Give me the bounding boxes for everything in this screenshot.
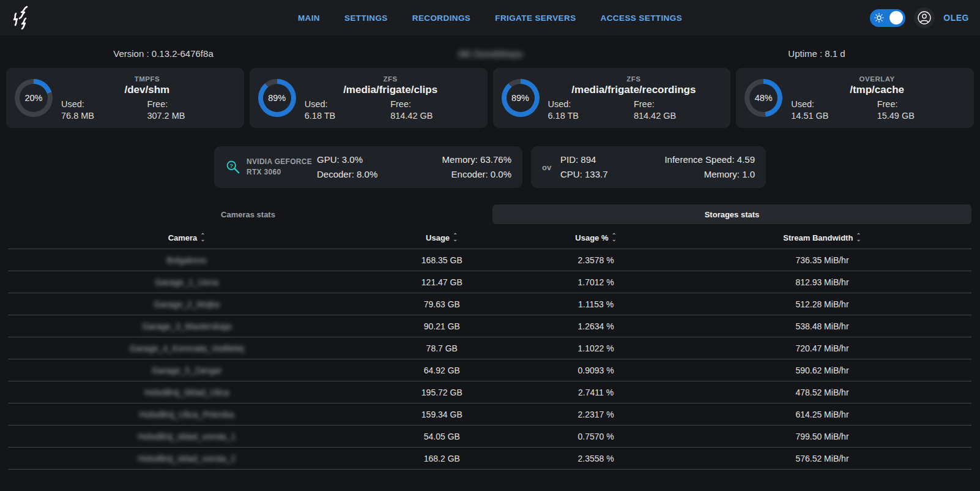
storage-card-tmpfs: 20% TMPFS /dev/shm Used: Free: 76.8 MB 3… [6, 68, 244, 128]
camera-name-cell: Garage_1_Uona [9, 277, 365, 287]
server-title-blurred: AB Zavodskaya [327, 48, 653, 59]
sort-icon: ⌃⌄ [612, 234, 617, 241]
user-icon [917, 10, 932, 25]
bandwidth-cell: 812.93 MiB/hr [673, 277, 971, 287]
camera-name-cell: Holodilnij_sklad_vorota_2 [9, 454, 365, 463]
camera-name-cell: Bolgakovo [9, 255, 365, 265]
nav-item-access-settings[interactable]: ACCESS SETTINGS [601, 13, 683, 23]
sort-icon: ⌃⌄ [856, 234, 861, 241]
column-header-stream-bandwidth[interactable]: Stream Bandwidth ⌃⌄ [673, 233, 971, 242]
column-header-camera[interactable]: Camera ⌃⌄ [9, 233, 365, 242]
usage-cell: 168.35 GB [365, 255, 519, 265]
usage-percent-cell: 1.1022 % [519, 343, 673, 353]
tab-cameras-stats[interactable]: Cameras stats [9, 204, 488, 224]
storage-card-recordings: 89% ZFS /media/frigate/recordings Used: … [493, 68, 731, 128]
fs-type-label: ZFS [302, 75, 479, 83]
free-label: Free: [390, 99, 476, 109]
table-row: Garage_4_Komnata_Voditelej78.7 GB1.1022 … [9, 337, 971, 359]
gpu-stats-card: ? NVIDIA GEFORCE RTX 3060 GPU: 3.0% Deco… [214, 146, 522, 188]
used-value: 76.8 MB [61, 111, 147, 121]
gpu-decoder-value: Decoder: 8.0% [317, 167, 414, 182]
mount-path: /dev/shm [59, 84, 236, 96]
storage-cards-row: 20% TMPFS /dev/shm Used: Free: 76.8 MB 3… [6, 68, 974, 128]
nav-item-settings[interactable]: SETTINGS [344, 13, 388, 23]
detector-memory-value: Memory: 1.0 [658, 167, 755, 182]
column-header-usage[interactable]: Usage ⌃⌄ [365, 233, 519, 242]
usage-percent-cell: 2.3578 % [519, 255, 673, 265]
uptime-label: Uptime : 8.1 d [653, 48, 980, 59]
free-label: Free: [147, 99, 232, 109]
nav-item-main[interactable]: MAIN [298, 13, 320, 23]
usage-donut-chart: 48% [744, 79, 782, 117]
usage-percent-cell: 0.7570 % [519, 432, 673, 441]
gpu-usage-value: GPU: 3.0% [317, 152, 414, 167]
table-row: Holodilnij_sklad_vorota_2168.2 GB2.3558 … [9, 447, 971, 469]
fs-type-label: ZFS [546, 75, 722, 83]
donut-percent-label: 89% [507, 84, 535, 112]
mount-path: /media/frigate/clips [302, 84, 479, 96]
bandwidth-cell: 590.62 MiB/hr [673, 365, 971, 375]
detector-stats-card: ov PID: 894 CPU: 133.7 Inference Speed: … [531, 146, 766, 188]
storage-card-clips: 89% ZFS /media/frigate/clips Used: Free:… [250, 68, 488, 128]
free-label: Free: [634, 99, 719, 109]
storage-card-cache: 48% OVERLAY /tmp/cache Used: Free: 14.51… [736, 68, 974, 128]
table-row: Holodilnij_Sklad_Ulica195.72 GB2.7411 %4… [9, 381, 971, 403]
usage-donut-chart: 89% [258, 79, 296, 117]
free-value: 15.49 GB [877, 111, 963, 121]
gpu-search-icon: ? [225, 159, 241, 175]
nav-right-controls: OLEG [870, 0, 969, 36]
tab-storages-stats[interactable]: Storages stats [492, 204, 971, 224]
nav-item-frigate-servers[interactable]: FRIGATE SERVERS [495, 13, 576, 23]
bandwidth-cell: 576.52 MiB/hr [673, 454, 971, 463]
nav-item-recordings[interactable]: RECORDINGS [412, 13, 471, 23]
free-value: 814.42 GB [634, 111, 719, 121]
detector-name-label: ov [542, 163, 560, 172]
camera-name-cell: Holodilnij_Sklad_Ulica [9, 388, 365, 397]
bandwidth-cell: 720.47 MiB/hr [673, 343, 971, 353]
used-value: 6.18 TB [548, 111, 634, 121]
bandwidth-cell: 478.52 MiB/hr [673, 388, 971, 397]
username-label[interactable]: OLEG [943, 13, 969, 23]
usage-cell: 79.63 GB [365, 299, 519, 309]
table-row: Garage_2_Mojka79.63 GB1.1153 %512.28 MiB… [9, 293, 971, 315]
storage-table-body: Bolgakovo168.35 GB2.3578 %736.35 MiB/hrG… [9, 249, 971, 470]
svg-text:?: ? [229, 163, 233, 169]
detector-cpu-value: CPU: 133.7 [560, 167, 658, 182]
gpu-encoder-value: Encoder: 0.0% [414, 167, 511, 182]
theme-toggle[interactable] [870, 9, 905, 27]
column-header-usage-percent[interactable]: Usage % ⌃⌄ [519, 233, 673, 242]
detector-metrics-right: Inference Speed: 4.59 Memory: 1.0 [658, 152, 755, 182]
user-avatar[interactable] [914, 7, 935, 28]
frigate-logo-icon[interactable] [9, 5, 37, 31]
free-label: Free: [877, 99, 963, 109]
mount-path: /media/frigate/recordings [546, 84, 722, 96]
gpu-metrics-right: Memory: 63.76% Encoder: 0.0% [414, 152, 511, 182]
sort-icon: ⌃⌄ [453, 234, 458, 241]
process-cards-row: ? NVIDIA GEFORCE RTX 3060 GPU: 3.0% Deco… [0, 146, 980, 188]
stats-tabs: Cameras stats Storages stats [9, 204, 971, 224]
bandwidth-cell: 512.28 MiB/hr [673, 299, 971, 309]
version-label: Version : 0.13.2-6476f8a [0, 48, 327, 59]
table-row: Holodilnij_sklad_vorota_154.05 GB0.7570 … [9, 425, 971, 447]
usage-cell: 64.92 GB [365, 365, 519, 375]
camera-name-cell: Garage_3_Masterskaja [9, 321, 365, 331]
usage-donut-chart: 89% [502, 79, 540, 117]
camera-name-cell: Garage_5_Zangar [9, 365, 365, 375]
top-navbar: MAIN SETTINGS RECORDINGS FRIGATE SERVERS… [0, 0, 980, 36]
usage-percent-cell: 2.7411 % [519, 388, 673, 397]
usage-percent-cell: 2.2317 % [519, 410, 673, 419]
usage-cell: 159.34 GB [365, 410, 519, 419]
used-value: 6.18 TB [305, 111, 390, 121]
free-value: 307.2 MB [147, 111, 232, 121]
table-row: Bolgakovo168.35 GB2.3578 %736.35 MiB/hr [9, 249, 971, 271]
detector-inference-value: Inference Speed: 4.59 [658, 152, 755, 167]
usage-cell: 195.72 GB [365, 388, 519, 397]
table-row: Garage_1_Uona121.47 GB1.7012 %812.93 MiB… [9, 271, 971, 293]
gpu-metrics-left: GPU: 3.0% Decoder: 8.0% [317, 152, 414, 182]
fs-type-label: TMPFS [59, 75, 236, 83]
storages-stats-table: Camera ⌃⌄ Usage ⌃⌄ Usage % ⌃⌄ Stream Ban… [9, 227, 971, 470]
gpu-name-label: NVIDIA GEFORCE RTX 3060 [247, 157, 312, 178]
usage-donut-chart: 20% [15, 79, 53, 117]
usage-cell: 121.47 GB [365, 277, 519, 287]
used-label: Used: [61, 99, 147, 109]
